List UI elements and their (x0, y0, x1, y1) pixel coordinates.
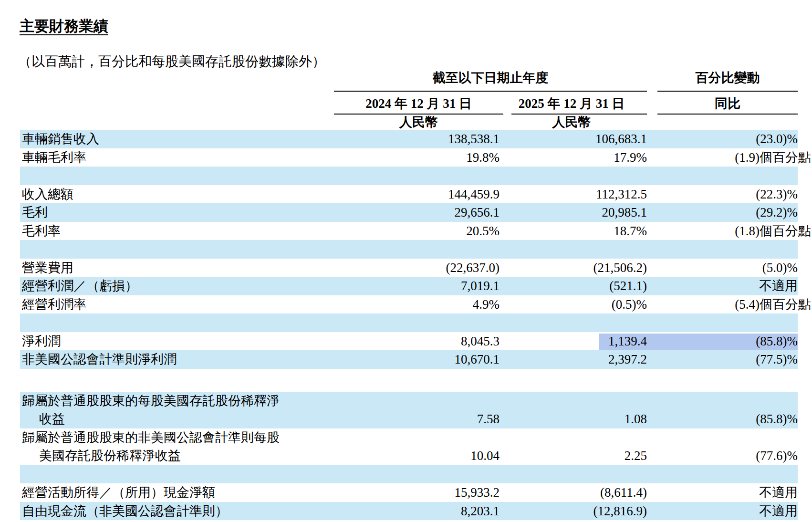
value-2024: 10,670.1 (455, 350, 500, 369)
row-label: 經營利潤／（虧損） (22, 277, 138, 295)
row-label: 毛利率 (22, 222, 61, 240)
table-row: 非美國公認會計準則淨利潤10,670.12,397.2(77.5)% (0, 350, 812, 369)
value-2024: (22,637.0) (446, 259, 500, 277)
row-label: 經營活動所得／（所用）現金淨額 (22, 483, 215, 502)
period-group-header: 截至以下日期止年度 (334, 70, 647, 86)
value-2025: 2.25 (625, 447, 647, 465)
table-row: 毛利29,656.120,985.1(29.2)% (0, 203, 812, 222)
value-2025: 1,139.4 (608, 332, 647, 351)
table-row: 車輛銷售收入138,538.1106,683.1(23.0)% (0, 130, 812, 148)
value-2024: 19.8% (466, 148, 500, 167)
financial-table-body: 車輛銷售收入138,538.1106,683.1(23.0)%車輛毛利率19.8… (0, 130, 812, 520)
table-row: 經營利潤率4.9%(0.5)%(5.4)個百分點 (0, 295, 812, 314)
col-header-2024: 2024 年 12 月 31 日 (334, 95, 503, 112)
spacer-row (0, 313, 812, 332)
value-change: 不適用 (759, 502, 798, 521)
row-label: 經營利潤率 (22, 295, 86, 314)
spacer-row (0, 167, 812, 185)
table-row: 車輛毛利率19.8%17.9%(1.9)個百分點 (0, 148, 812, 167)
row-label-line1: 歸屬於普通股股東的每股美國存託股份稀釋淨 (22, 392, 280, 410)
table-row: 經營活動所得／（所用）現金淨額15,933.2(8,611.4)不適用 (0, 483, 812, 502)
value-2024: 7,019.1 (461, 277, 500, 295)
page-title: 主要財務業績 (20, 16, 108, 36)
spacer-row (0, 465, 812, 484)
value-change: 不適用 (759, 483, 798, 502)
value-change: (5.4)個百分點 (735, 295, 811, 314)
col-header-yoy: 同比 (657, 95, 798, 112)
value-2024: 7.58 (477, 410, 500, 428)
spacer-row (0, 240, 812, 259)
row-label: 收入總額 (22, 185, 73, 204)
row-label-line2: 美國存託股份稀釋淨收益 (39, 447, 181, 465)
row-label: 淨利潤 (22, 332, 61, 351)
table-row: 營業費用(22,637.0)(21,506.2)(5.0)% (0, 259, 812, 277)
row-band (20, 167, 798, 185)
row-label-line2: 收益 (39, 410, 65, 428)
value-change: (29.2)% (756, 203, 798, 222)
value-change: (23.0)% (756, 130, 798, 148)
value-2024: 29,656.1 (455, 203, 500, 222)
header-rule (657, 114, 798, 115)
value-change: (1.9)個百分點 (735, 148, 811, 167)
value-2024: 4.9% (473, 295, 500, 314)
value-2025: (21,506.2) (593, 259, 647, 277)
value-change: 不適用 (759, 277, 798, 295)
value-2024: 138,538.1 (448, 130, 500, 148)
row-label: 營業費用 (22, 259, 73, 277)
value-2024: 15,933.2 (455, 483, 500, 502)
currency-label-2025: 人民幣 (496, 115, 647, 130)
currency-label-2024: 人民幣 (334, 115, 503, 130)
row-label: 非美國公認會計準則淨利潤 (22, 350, 177, 369)
row-label: 毛利 (22, 203, 48, 222)
table-row: 歸屬於普通股股東的每股美國存託股份稀釋淨收益7.581.08(85.8)% (0, 392, 812, 428)
section-gap (0, 369, 812, 392)
row-band (20, 203, 798, 222)
value-2025: 17.9% (614, 148, 647, 167)
table-row: 毛利率20.5%18.7%(1.8)個百分點 (0, 222, 812, 240)
value-2024: 10.04 (470, 447, 500, 465)
value-change: (77.6)% (756, 447, 798, 465)
row-band (20, 130, 798, 148)
table-row: 經營利潤／（虧損）7,019.1(521.1)不適用 (0, 277, 812, 295)
value-2025: 112,312.5 (596, 185, 647, 204)
value-2025: (521.1) (609, 277, 647, 295)
row-band (20, 313, 798, 332)
value-change: (77.5)% (756, 350, 798, 369)
value-change: (1.8)個百分點 (735, 222, 811, 240)
table-row: 歸屬於普通股股東的非美國公認會計準則每股美國存託股份稀釋淨收益10.042.25… (0, 428, 812, 465)
table-row: 收入總額144,459.9112,312.5(22.3)% (0, 185, 812, 204)
header-rule (657, 91, 798, 92)
value-change: (85.8)% (756, 332, 798, 351)
row-label: 車輛銷售收入 (22, 130, 99, 148)
value-2025: 1.08 (625, 410, 647, 428)
header-rule (334, 91, 647, 92)
value-change: (22.3)% (756, 185, 798, 204)
col-header-2025: 2025 年 12 月 31 日 (496, 95, 647, 112)
value-2025: 106,683.1 (595, 130, 647, 148)
value-change: (5.0)% (762, 259, 798, 277)
table-row: 淨利潤8,045.31,139.4(85.8)% (0, 332, 812, 351)
value-change: (85.8)% (756, 410, 798, 428)
row-band (20, 240, 798, 259)
value-2024: 8,045.3 (461, 332, 500, 351)
value-2024: 144,459.9 (448, 185, 500, 204)
value-2025: (12,816.9) (593, 502, 647, 521)
row-label-line1: 歸屬於普通股股東的非美國公認會計準則每股 (22, 428, 280, 447)
value-2024: 20.5% (466, 222, 500, 240)
value-2025: 20,985.1 (602, 203, 647, 222)
value-2025: 18.7% (614, 222, 647, 240)
value-2025: (8,611.4) (600, 483, 647, 502)
row-label: 車輛毛利率 (22, 148, 86, 167)
change-group-header: 百分比變動 (657, 70, 798, 86)
value-2025: 2,397.2 (608, 350, 647, 369)
units-note: （以百萬計，百分比和每股美國存託股份數據除外） (18, 52, 325, 71)
value-2024: 8,203.1 (461, 502, 500, 521)
table-row: 自由現金流（非美國公認會計準則）8,203.1(12,816.9)不適用 (0, 502, 812, 521)
value-2025: (0.5)% (612, 295, 647, 314)
row-band (20, 465, 798, 484)
row-label: 自由現金流（非美國公認會計準則） (22, 502, 228, 521)
